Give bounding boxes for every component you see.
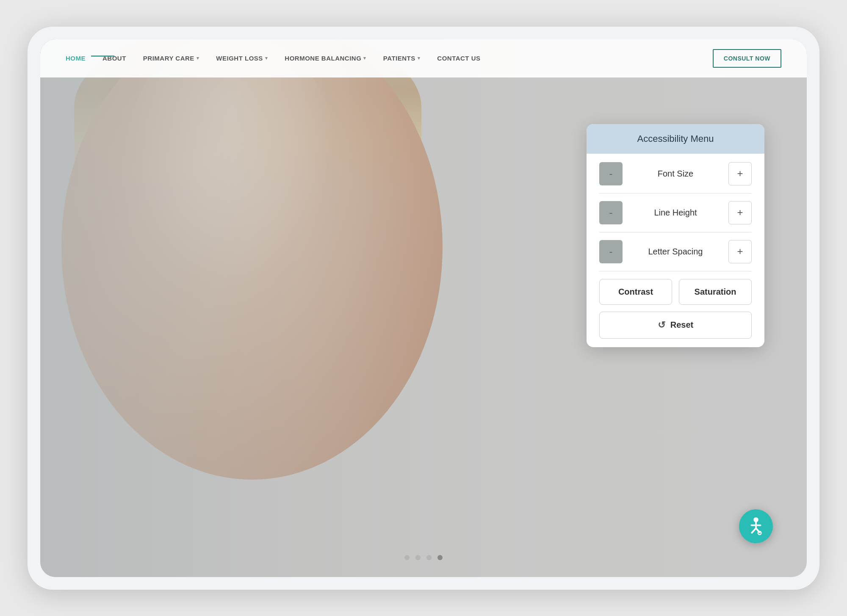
nav-item-weight-loss[interactable]: WEIGHT LOSS ▾ <box>216 55 268 62</box>
font-size-minus-button[interactable]: - <box>599 162 623 185</box>
navbar: HOME ABOUT PRIMARY CARE ▾ WEIGHT LOSS ▾ … <box>40 39 807 77</box>
font-size-row: - Font Size + <box>599 162 752 185</box>
contrast-saturation-row: Contrast Saturation <box>599 279 752 305</box>
nav-item-home[interactable]: HOME <box>66 55 86 62</box>
nav-item-hormone-balancing[interactable]: HORMONE BALANCING ▾ <box>285 55 366 62</box>
reset-label: Reset <box>670 320 693 330</box>
letter-spacing-minus-button[interactable]: - <box>599 240 623 263</box>
font-size-plus-button[interactable]: + <box>728 162 752 185</box>
nav-item-contact-us-label: CONTACT US <box>437 55 480 62</box>
nav-item-primary-care-label: PRIMARY CARE <box>143 55 194 62</box>
plus-icon: + <box>737 246 743 257</box>
font-size-label: Font Size <box>630 169 721 179</box>
accessibility-panel: Accessibility Menu - Font Size + - <box>587 124 764 347</box>
nav-item-primary-care[interactable]: PRIMARY CARE ▾ <box>143 55 199 62</box>
divider-1 <box>599 193 752 193</box>
plus-icon: + <box>737 168 743 180</box>
chevron-down-icon: ▾ <box>197 55 199 61</box>
nav-item-hormone-balancing-label: HORMONE BALANCING <box>285 55 361 62</box>
contrast-button[interactable]: Contrast <box>599 279 672 305</box>
letter-spacing-row: - Letter Spacing + <box>599 240 752 263</box>
line-height-minus-button[interactable]: - <box>599 201 623 224</box>
svg-line-3 <box>752 528 756 533</box>
accessibility-fab[interactable] <box>739 509 773 543</box>
reset-icon: ↺ <box>658 320 665 331</box>
nav-item-patients[interactable]: PATIENTS ▾ <box>383 55 420 62</box>
minus-icon: - <box>609 207 613 218</box>
line-height-label: Line Height <box>630 208 721 218</box>
divider-2 <box>599 232 752 232</box>
screen: HOME ABOUT PRIMARY CARE ▾ WEIGHT LOSS ▾ … <box>40 39 807 577</box>
chevron-down-icon: ▾ <box>265 55 268 61</box>
plus-icon: + <box>737 207 743 218</box>
accessibility-icon <box>746 516 766 536</box>
slide-dots <box>404 555 443 560</box>
nav-item-home-label: HOME <box>66 55 86 62</box>
saturation-button[interactable]: Saturation <box>679 279 752 305</box>
slide-dot-2[interactable] <box>415 555 421 560</box>
divider-3 <box>599 271 752 271</box>
chevron-down-icon: ▾ <box>418 55 421 61</box>
device-frame: HOME ABOUT PRIMARY CARE ▾ WEIGHT LOSS ▾ … <box>28 27 819 590</box>
line-height-plus-button[interactable]: + <box>728 201 752 224</box>
letter-spacing-label: Letter Spacing <box>630 247 721 257</box>
line-height-row: - Line Height + <box>599 201 752 224</box>
panel-body: - Font Size + - Line Height + <box>587 154 764 347</box>
panel-header: Accessibility Menu <box>587 124 764 154</box>
slide-dot-1[interactable] <box>404 555 410 560</box>
slide-dot-3[interactable] <box>426 555 432 560</box>
slide-dot-4[interactable] <box>437 555 443 560</box>
reset-button[interactable]: ↺ Reset <box>599 312 752 339</box>
nav-links: HOME ABOUT PRIMARY CARE ▾ WEIGHT LOSS ▾ … <box>66 55 713 62</box>
minus-icon: - <box>609 246 613 257</box>
consult-now-button[interactable]: CONSULT NOW <box>713 49 781 68</box>
nav-item-patients-label: PATIENTS <box>383 55 415 62</box>
minus-icon: - <box>609 168 613 180</box>
nav-item-contact-us[interactable]: CONTACT US <box>437 55 480 62</box>
nav-item-underline <box>91 55 114 57</box>
letter-spacing-plus-button[interactable]: + <box>728 240 752 263</box>
nav-item-weight-loss-label: WEIGHT LOSS <box>216 55 263 62</box>
chevron-down-icon: ▾ <box>363 55 366 61</box>
